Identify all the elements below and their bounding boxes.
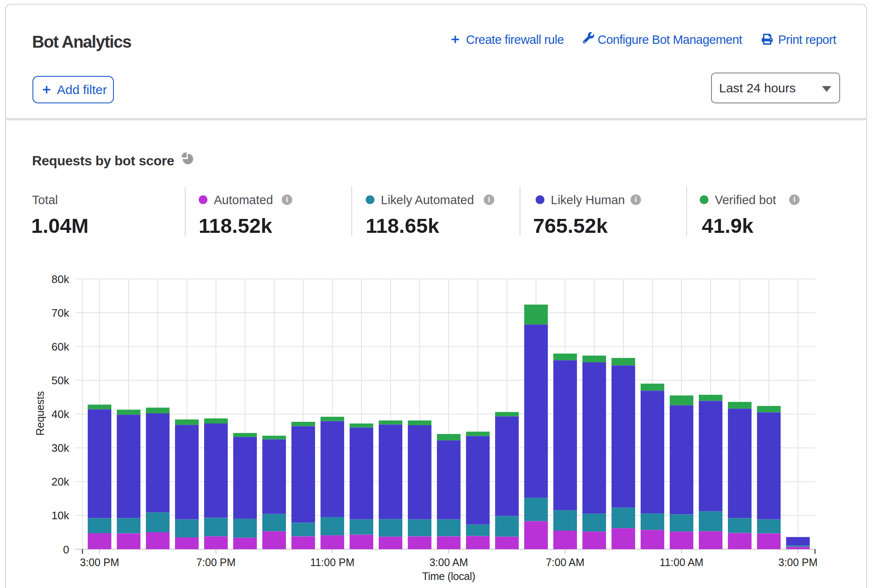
svg-text:Time (local): Time (local) [422,570,475,582]
svg-text:7:00 PM: 7:00 PM [196,556,235,568]
svg-text:20k: 20k [51,475,70,488]
svg-text:3:00 AM: 3:00 AM [429,556,468,568]
svg-text:3:00 PM: 3:00 PM [80,556,119,568]
svg-text:7:00 AM: 7:00 AM [546,556,585,568]
svg-text:3:00 PM: 3:00 PM [778,556,817,568]
svg-text:40k: 40k [51,408,70,421]
svg-text:80k: 80k [51,273,70,286]
svg-text:11:00 PM: 11:00 PM [310,556,354,568]
svg-text:70k: 70k [51,307,70,319]
svg-text:50k: 50k [51,374,70,387]
svg-text:11:00 AM: 11:00 AM [660,556,703,568]
svg-text:60k: 60k [51,340,70,353]
svg-text:0: 0 [63,543,69,556]
svg-text:10k: 10k [51,509,70,522]
svg-text:Requests: Requests [34,391,46,436]
svg-text:30k: 30k [51,442,70,454]
